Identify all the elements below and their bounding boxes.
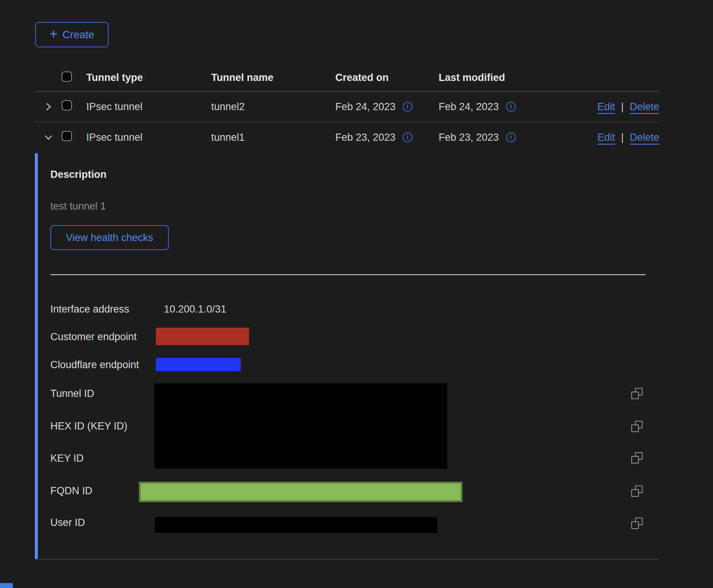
create-button-label: Create [62, 29, 94, 41]
edit-link[interactable]: Edit [597, 132, 615, 143]
select-all-checkbox[interactable] [62, 72, 72, 82]
description-value: test tunnel 1 [50, 201, 106, 212]
ids-redacted-value [154, 383, 447, 469]
table-row-tunnel2: IPsec tunnel tunnel2 Feb 24, 2023 i Feb … [35, 92, 659, 122]
info-icon[interactable]: i [403, 132, 413, 142]
customer-endpoint-label: Customer endpoint [50, 331, 137, 343]
expand-row-button[interactable] [42, 100, 55, 113]
delete-link[interactable]: Delete [630, 132, 659, 143]
delete-link[interactable]: Delete [630, 101, 659, 113]
info-icon[interactable]: i [506, 132, 516, 142]
section-divider [50, 274, 646, 275]
plus-icon: + [50, 29, 58, 39]
description-label: Description [50, 169, 107, 180]
ipsec-tunnels-page: + Create Tunnel type Tunnel name Created… [0, 0, 713, 588]
fqdn-id-label: FQDN ID [50, 485, 92, 497]
table-row-tunnel1: IPsec tunnel tunnel1 Feb 23, 2023 i Feb … [35, 122, 659, 152]
hex-id-label: HEX ID (KEY ID) [50, 420, 128, 432]
header-created-on: Created on [335, 72, 439, 84]
action-separator: | [621, 132, 624, 143]
last-modified-cell: Feb 23, 2023 [439, 132, 499, 143]
customer-endpoint-redacted-value [156, 328, 249, 345]
tunnel-name-cell: tunnel2 [211, 101, 335, 113]
chevron-down-icon [44, 133, 53, 142]
row-checkbox[interactable] [62, 131, 72, 141]
copy-icon[interactable] [631, 485, 643, 497]
user-id-redacted-value [155, 517, 437, 533]
expanded-row-accent-bar [35, 153, 38, 560]
tunnel-name-cell: tunnel1 [211, 132, 335, 143]
cloudflare-endpoint-label: Cloudflare endpoint [50, 359, 139, 371]
edit-link[interactable]: Edit [597, 101, 615, 113]
info-icon[interactable]: i [403, 102, 413, 112]
user-id-label: User ID [50, 517, 85, 529]
tunnel-type-cell: IPsec tunnel [86, 101, 211, 113]
created-on-cell: Feb 24, 2023 [335, 101, 395, 113]
last-modified-cell: Feb 24, 2023 [439, 101, 499, 113]
info-icon[interactable]: i [506, 102, 516, 112]
action-separator: | [621, 101, 624, 113]
cloudflare-endpoint-redacted-value [156, 358, 241, 371]
tunnels-table: Tunnel type Tunnel name Created on Last … [35, 64, 659, 152]
copy-icon[interactable] [631, 388, 643, 399]
chevron-right-icon [44, 102, 53, 111]
header-last-modified: Last modified [439, 72, 560, 84]
copy-icon[interactable] [631, 421, 643, 432]
interface-address-label: Interface address [50, 303, 129, 315]
created-on-cell: Feb 23, 2023 [335, 132, 395, 143]
copy-icon[interactable] [631, 518, 643, 529]
panel-bottom-divider [35, 559, 659, 560]
tunnel-id-label: Tunnel ID [50, 388, 94, 400]
create-button[interactable]: + Create [35, 22, 109, 47]
fqdn-id-redacted-value [139, 482, 462, 502]
collapse-row-button[interactable] [42, 131, 55, 144]
copy-icon[interactable] [631, 452, 643, 464]
header-tunnel-type: Tunnel type [86, 72, 211, 84]
interface-address-value: 10.200.1.0/31 [164, 303, 226, 315]
header-tunnel-name: Tunnel name [211, 72, 335, 84]
tunnel-details-panel: Description test tunnel 1 View health ch… [35, 153, 659, 560]
view-health-checks-button[interactable]: View health checks [50, 225, 169, 250]
horizontal-scrollbar-thumb[interactable] [0, 583, 13, 588]
tunnel-type-cell: IPsec tunnel [86, 132, 211, 143]
row-checkbox[interactable] [62, 100, 72, 110]
table-header-row: Tunnel type Tunnel name Created on Last … [35, 64, 659, 92]
key-id-label: KEY ID [50, 453, 84, 464]
